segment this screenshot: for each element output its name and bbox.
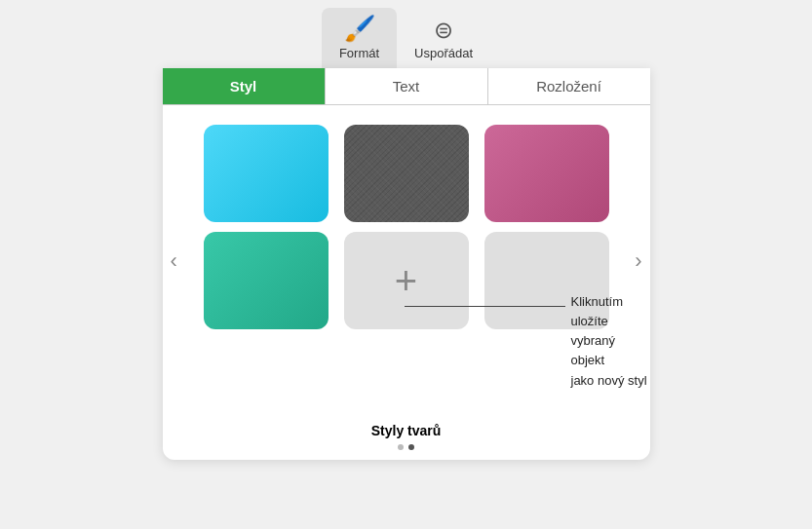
dot-2 <box>408 444 414 450</box>
styles-label: Styly tvarů <box>163 423 650 438</box>
tab-layout[interactable]: Rozložení <box>488 68 650 104</box>
tab-style[interactable]: Styl <box>163 68 325 104</box>
page: 🖌️ Formát ⊜ Uspořádat Styl Text Rozložen… <box>0 0 812 529</box>
arrange-label: Uspořádat <box>414 46 473 60</box>
swatches-row-1 <box>163 125 650 222</box>
format-icon: 🖌️ <box>344 14 375 44</box>
tab-text[interactable]: Text <box>326 68 487 104</box>
tab-bar: Styl Text Rozložení <box>163 68 650 105</box>
format-label: Formát <box>339 46 379 60</box>
nav-prev-button[interactable]: ‹ <box>163 248 185 274</box>
callout-line <box>405 306 565 307</box>
styles-content: ‹ + › <box>163 105 650 417</box>
swatch-teal[interactable] <box>204 232 329 329</box>
format-button[interactable]: 🖌️ Formát <box>322 8 397 68</box>
pagination-dots <box>163 444 650 450</box>
arrange-icon: ⊜ <box>434 17 453 44</box>
arrange-button[interactable]: ⊜ Uspořádat <box>397 8 490 68</box>
nav-next-button[interactable]: › <box>627 248 649 274</box>
callout-text: Kliknutím uložíte vybraný objekt jako no… <box>571 292 650 391</box>
dot-1 <box>398 444 404 450</box>
main-panel: Styl Text Rozložení ‹ <box>163 68 650 460</box>
swatch-dark[interactable] <box>344 125 469 222</box>
swatch-blue[interactable] <box>204 125 329 222</box>
swatch-pink[interactable] <box>484 125 609 222</box>
callout-annotation: Kliknutím uložíte vybraný objekt jako no… <box>405 292 650 391</box>
toolbar: 🖌️ Formát ⊜ Uspořádat <box>0 0 812 68</box>
